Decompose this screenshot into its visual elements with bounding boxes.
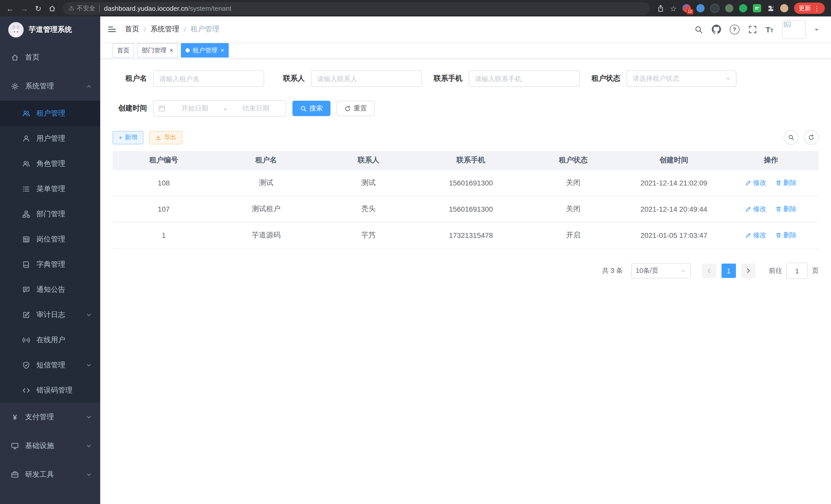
browser-reload-icon[interactable]: ↻ — [35, 4, 41, 12]
page-content: 租户名 联系人 联系手机 租户状态 请选择租户状态 — [100, 59, 831, 504]
contact-label: 联系人 — [270, 74, 311, 83]
help-icon[interactable]: ? — [729, 24, 739, 34]
code-icon — [22, 386, 31, 394]
browser-back-icon[interactable]: ← — [6, 4, 14, 12]
breadcrumb-current: 租户管理 — [191, 25, 220, 34]
extension-icon-6[interactable] — [753, 4, 761, 12]
kebab-menu-icon[interactable]: ⋮ — [813, 4, 820, 12]
delete-link[interactable]: 删除 — [775, 205, 797, 214]
bookmark-star-icon[interactable]: ☆ — [670, 4, 677, 12]
reset-button[interactable]: 重置 — [337, 101, 375, 116]
browser-home-icon[interactable] — [48, 4, 56, 12]
sidebar-item-role[interactable]: 角色管理 — [0, 151, 100, 176]
cell-status: 关闭 — [522, 170, 624, 196]
sidebar-item-notice[interactable]: 通知公告 — [0, 277, 100, 302]
extension-icon-5[interactable] — [739, 4, 747, 12]
contact-input[interactable] — [311, 70, 422, 87]
sidebar-item-label: 菜单管理 — [36, 184, 65, 194]
sidebar-item-dept[interactable]: 部门管理 — [0, 201, 100, 227]
question-glyph: ? — [733, 26, 736, 32]
github-icon[interactable] — [712, 25, 721, 34]
sidebar-item-audit-log[interactable]: 审计日志 — [0, 302, 100, 327]
phone-input[interactable] — [469, 70, 580, 87]
page-number-1[interactable]: 1 — [721, 264, 736, 278]
url-path: /system/tenant — [188, 5, 231, 12]
avatar-caret-icon[interactable] — [814, 29, 819, 33]
extensions-puzzle-icon[interactable] — [767, 4, 774, 12]
sidebar-item-payment[interactable]: ¥ 支付管理 — [0, 403, 100, 432]
prev-page-button[interactable] — [702, 264, 716, 278]
export-button-label: 导出 — [164, 133, 176, 142]
avatar[interactable] — [782, 20, 806, 39]
refresh-button[interactable] — [804, 130, 819, 145]
sidebar-item-online-user[interactable]: 在线用户 — [0, 327, 100, 352]
sidebar-item-dict[interactable]: 字典管理 — [0, 252, 100, 277]
cell-phone: 15601691300 — [420, 170, 522, 196]
sidebar-item-sms[interactable]: 短信管理 — [0, 352, 100, 378]
tab-home[interactable]: 首页 — [113, 43, 134, 58]
status-select[interactable]: 请选择租户状态 — [627, 70, 737, 87]
sidebar-item-menu[interactable]: 菜单管理 — [0, 176, 100, 201]
edit-label: 修改 — [753, 231, 767, 240]
sidebar-item-user[interactable]: 用户管理 — [0, 126, 100, 151]
tab-dept[interactable]: 部门管理 × — [137, 43, 178, 58]
col-tenant-name: 租户名 — [215, 151, 317, 170]
edit-link[interactable]: 修改 — [745, 231, 767, 240]
breadcrumb-home[interactable]: 首页 — [125, 25, 139, 34]
browser-forward-icon[interactable]: → — [21, 4, 28, 12]
col-phone: 联系手机 — [420, 151, 522, 170]
security-status[interactable]: ⚠ 不安全 — [68, 4, 95, 12]
add-button[interactable]: + 新增 — [113, 131, 143, 144]
user-icon — [22, 135, 31, 143]
sidebar-item-label: 通知公告 — [36, 285, 65, 294]
toggle-search-button[interactable] — [784, 130, 799, 145]
extension-icon-1[interactable]: 10 — [683, 4, 691, 12]
delete-link[interactable]: 删除 — [775, 231, 797, 240]
profile-avatar-icon[interactable] — [780, 4, 789, 12]
app-logo[interactable]: 芋道管理系统 — [0, 17, 100, 43]
sidebar-item-home[interactable]: 首页 — [0, 43, 100, 72]
tab-tenant[interactable]: 租户管理 × — [181, 43, 229, 58]
sidebar-item-label: 岗位管理 — [36, 235, 65, 244]
cell-tenant-id: 107 — [113, 196, 215, 222]
cell-tenant-name: 芋道源码 — [215, 222, 317, 248]
goto-page-input[interactable] — [786, 263, 808, 279]
edit-link[interactable]: 修改 — [745, 178, 767, 187]
sidebar-item-label: 在线用户 — [36, 335, 65, 345]
tab-close-icon[interactable]: × — [221, 47, 224, 53]
sidebar-item-error-code[interactable]: 错误码管理 — [0, 378, 100, 403]
tab-label: 租户管理 — [193, 46, 218, 55]
extension-icon-2[interactable] — [696, 4, 705, 12]
tab-close-icon[interactable]: × — [170, 47, 173, 53]
extension-icon-4[interactable] — [725, 4, 733, 12]
tenant-icon — [22, 109, 31, 117]
edit-link[interactable]: 修改 — [745, 205, 767, 214]
delete-link[interactable]: 删除 — [775, 178, 797, 187]
chevron-down-icon — [86, 443, 92, 449]
page-size-select[interactable]: 10条/页 — [631, 263, 691, 278]
sidebar-item-infra[interactable]: 基础设施 — [0, 432, 100, 460]
font-size-icon[interactable]: TT — [766, 25, 773, 33]
date-range-picker[interactable]: 开始日期 - 结束日期 — [153, 100, 286, 117]
sidebar-item-tenant[interactable]: 租户管理 — [0, 101, 100, 126]
share-icon[interactable] — [657, 4, 664, 12]
tenant-name-label: 租户名 — [113, 74, 153, 83]
browser-update-button[interactable]: 更新 ⋮ — [794, 3, 825, 14]
extension-icon-3[interactable] — [710, 4, 719, 13]
cell-created: 2021-12-14 21:02:09 — [624, 170, 723, 196]
search-button[interactable]: 搜索 — [292, 101, 331, 116]
cell-tenant-name: 测试 — [215, 170, 317, 196]
sidebar-section-system[interactable]: 系统管理 — [0, 72, 100, 101]
next-page-button[interactable] — [741, 264, 755, 278]
breadcrumb-system[interactable]: 系统管理 — [150, 25, 179, 34]
cell-status: 开启 — [522, 222, 624, 248]
fullscreen-icon[interactable] — [748, 25, 757, 34]
sidebar-item-devtools[interactable]: 研发工具 — [0, 460, 100, 489]
sidebar-toggle-icon[interactable] — [107, 25, 117, 34]
system-submenu: 租户管理 用户管理 角色管理 — [0, 101, 100, 403]
export-button[interactable]: 导出 — [149, 131, 182, 144]
header-search-icon[interactable] — [694, 25, 703, 34]
address-bar[interactable]: ⚠ 不安全 dashboard.yudao.iocoder.cn/system/… — [62, 2, 650, 14]
sidebar-item-post[interactable]: 岗位管理 — [0, 227, 100, 252]
tenant-name-input[interactable] — [153, 70, 264, 87]
